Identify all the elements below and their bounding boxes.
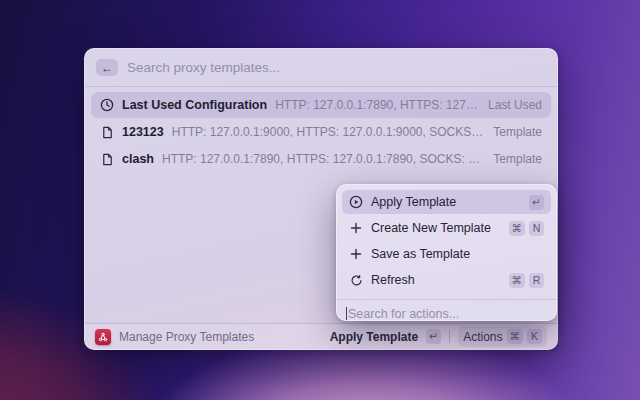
list-item-subtitle: HTTP: 127.0.0.1:7890, HTTPS: 127.0.0.1:7… <box>162 152 485 166</box>
action-save-as-template[interactable]: Save as Template <box>342 242 551 266</box>
list-item-last-used[interactable]: Last Used Configuration HTTP: 127.0.0.1:… <box>91 92 551 118</box>
k-key-badge: K <box>527 329 542 344</box>
action-refresh[interactable]: Refresh ⌘ R <box>342 268 551 292</box>
return-key-badge: ↵ <box>529 195 544 210</box>
app-icon <box>95 329 111 345</box>
play-circle-icon <box>349 195 363 209</box>
document-icon <box>100 152 114 166</box>
status-bar: Manage Proxy Templates Apply Template ↵ … <box>85 323 557 349</box>
search-bar: ← <box>85 49 557 86</box>
search-input[interactable] <box>127 60 546 75</box>
action-label: Refresh <box>371 273 501 287</box>
actions-search-row <box>337 300 556 321</box>
list-item-title: 123123 <box>122 125 164 139</box>
return-key-badge: ↵ <box>426 329 441 344</box>
actions-button-label: Actions <box>463 330 502 344</box>
back-button[interactable]: ← <box>96 59 118 76</box>
list-item-accessory: Template <box>493 152 542 166</box>
action-label: Save as Template <box>371 247 536 261</box>
list-item-clash[interactable]: clash HTTP: 127.0.0.1:7890, HTTPS: 127.0… <box>91 146 551 172</box>
actions-menu: Apply Template ↵ Create New Template ⌘ N <box>336 184 557 321</box>
plus-icon <box>349 221 363 235</box>
arrow-left-icon: ← <box>101 60 113 76</box>
list-item-accessory: Last Used <box>488 98 542 112</box>
action-label: Create New Template <box>371 221 501 235</box>
cmd-key-badge: ⌘ <box>507 329 524 344</box>
refresh-icon <box>349 273 363 287</box>
actions-menu-items: Apply Template ↵ Create New Template ⌘ N <box>337 185 556 299</box>
action-create-new-template[interactable]: Create New Template ⌘ N <box>342 216 551 240</box>
cmd-key-badge: ⌘ <box>509 221 526 236</box>
plus-icon <box>349 247 363 261</box>
list-item-123123[interactable]: 123123 HTTP: 127.0.0.1:9000, HTTPS: 127.… <box>91 119 551 145</box>
action-shortcut: ⌘ R <box>509 273 545 288</box>
list-item-title: Last Used Configuration <box>122 98 267 112</box>
primary-action-label[interactable]: Apply Template <box>330 330 418 344</box>
action-apply-template[interactable]: Apply Template ↵ <box>342 190 551 214</box>
action-shortcut: ↵ <box>529 195 544 210</box>
actions-button[interactable]: Actions ⌘ K <box>458 326 547 347</box>
list-item-title: clash <box>122 152 154 166</box>
actions-search-input[interactable] <box>347 307 547 321</box>
window-title: Manage Proxy Templates <box>119 330 322 344</box>
action-shortcut: ⌘ N <box>509 221 545 236</box>
desktop-background: ← Last Used Configuration HTTP: 127.0.0.… <box>0 0 640 400</box>
cmd-key-badge: ⌘ <box>509 273 526 288</box>
r-key-badge: R <box>529 273 544 288</box>
list-item-subtitle: HTTP: 127.0.0.1:9000, HTTPS: 127.0.0.1:9… <box>172 125 486 139</box>
divider <box>449 330 450 343</box>
list-item-subtitle: HTTP: 127.0.0.1:7890, HTTPS: 127.0.0.1:7… <box>275 98 480 112</box>
document-icon <box>100 125 114 139</box>
clock-icon <box>100 98 114 112</box>
action-label: Apply Template <box>371 195 521 209</box>
n-key-badge: N <box>529 221 544 236</box>
list-item-accessory: Template <box>493 125 542 139</box>
